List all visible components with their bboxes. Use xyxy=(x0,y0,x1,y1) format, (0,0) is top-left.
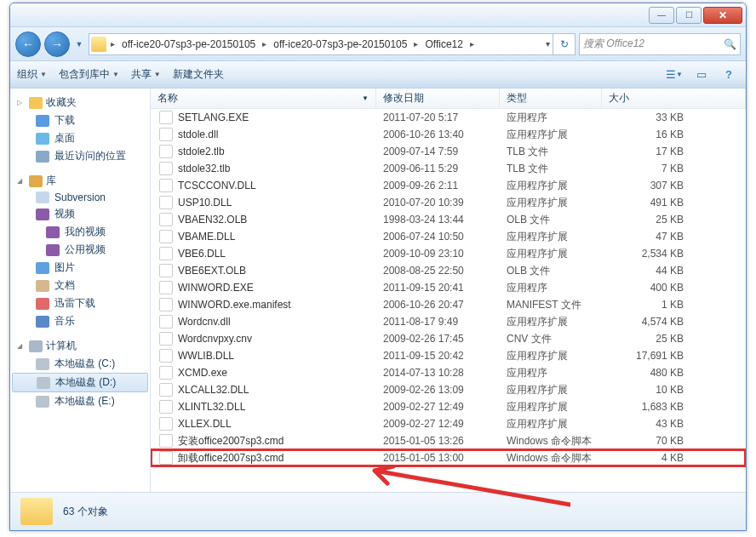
sidebar-item[interactable]: 音乐 xyxy=(10,312,150,330)
file-size: 1,683 KB xyxy=(609,401,694,413)
sidebar-item[interactable]: 公用视频 xyxy=(10,241,150,259)
sidebar-item-label: 本地磁盘 (C:) xyxy=(54,357,115,371)
favorites-header[interactable]: ▷收藏夹 xyxy=(10,94,150,111)
search-icon[interactable]: 🔍 xyxy=(724,38,736,50)
file-row[interactable]: TCSCCONV.DLL 2009-09-26 2:11 应用程序扩展 307 … xyxy=(151,177,746,194)
navbar: ← → ▼ ▸ off-ice20-07sp3-pe-20150105 ▸ of… xyxy=(10,27,746,61)
file-row[interactable]: WINWORD.EXE 2011-09-15 20:41 应用程序 400 KB xyxy=(151,279,746,296)
preview-pane-button[interactable]: ▭ xyxy=(691,66,712,84)
file-row[interactable]: WINWORD.exe.manifest 2006-10-26 20:47 MA… xyxy=(151,296,746,313)
file-row[interactable]: stdole32.tlb 2009-06-11 5:29 TLB 文件 7 KB xyxy=(151,160,746,177)
file-row[interactable]: XLCALL32.DLL 2009-02-26 13:09 应用程序扩展 10 … xyxy=(151,381,746,398)
file-date: 2008-08-25 22:50 xyxy=(383,265,507,277)
col-date[interactable]: 修改日期 xyxy=(376,89,500,108)
include-library-menu[interactable]: 包含到库中▼ xyxy=(59,67,119,82)
new-folder-button[interactable]: 新建文件夹 xyxy=(173,67,224,82)
file-row[interactable]: Wordcnvpxy.cnv 2009-02-26 17:45 CNV 文件 2… xyxy=(151,330,746,347)
file-type: 应用程序扩展 xyxy=(507,179,609,193)
maximize-button[interactable]: ☐ xyxy=(676,7,702,24)
chevron-right-icon[interactable]: ▸ xyxy=(467,39,477,49)
sidebar-icon xyxy=(36,316,49,328)
refresh-button[interactable]: ↻ xyxy=(553,33,575,55)
sidebar-item[interactable]: Subversion xyxy=(10,190,150,205)
col-name[interactable]: 名称▼ xyxy=(151,89,376,108)
share-menu[interactable]: 共享▼ xyxy=(131,67,161,82)
sidebar-item[interactable]: 文档 xyxy=(10,277,150,294)
file-row[interactable]: stdole.dll 2006-10-26 13:40 应用程序扩展 16 KB xyxy=(151,126,746,143)
sidebar-item[interactable]: 下载 xyxy=(10,111,150,129)
file-size: 44 KB xyxy=(609,265,694,277)
file-row[interactable]: SETLANG.EXE 2011-07-20 5:17 应用程序 33 KB xyxy=(151,109,746,126)
file-name: stdole2.tlb xyxy=(178,146,383,157)
sidebar-drive[interactable]: 本地磁盘 (D:) xyxy=(12,373,148,392)
file-type: 应用程序扩展 xyxy=(507,349,609,363)
file-icon xyxy=(159,264,173,277)
sidebar-item[interactable]: 最近访问的位置 xyxy=(10,147,150,165)
file-date: 2009-02-27 12:49 xyxy=(383,418,507,430)
close-button[interactable]: ✕ xyxy=(703,7,742,24)
chevron-right-icon[interactable]: ▸ xyxy=(411,39,421,49)
file-icon xyxy=(159,179,173,192)
crumb-0[interactable]: off-ice20-07sp3-pe-20150105 xyxy=(117,34,260,54)
sidebar-drive[interactable]: 本地磁盘 (E:) xyxy=(10,392,150,410)
search-input[interactable]: 搜索 Office12 🔍 xyxy=(579,33,741,55)
file-row[interactable]: VBAEN32.OLB 1998-03-24 13:44 OLB 文件 25 K… xyxy=(151,211,746,228)
crumb-2[interactable]: Office12 xyxy=(421,34,467,54)
file-name: XLLEX.DLL xyxy=(178,418,383,430)
crumb-1[interactable]: off-ice20-07sp3-pe-20150105 xyxy=(269,34,411,54)
help-button[interactable]: ? xyxy=(719,66,739,84)
file-row[interactable]: Wordcnv.dll 2011-08-17 9:49 应用程序扩展 4,574… xyxy=(151,313,746,330)
forward-button[interactable]: → xyxy=(44,31,70,57)
file-row[interactable]: USP10.DLL 2010-07-20 10:39 应用程序扩展 491 KB xyxy=(151,194,746,211)
organize-menu[interactable]: 组织▼ xyxy=(17,67,47,82)
file-date: 2006-07-24 10:50 xyxy=(383,231,507,243)
file-row[interactable]: stdole2.tlb 2009-07-14 7:59 TLB 文件 17 KB xyxy=(151,143,746,160)
file-size: 4 KB xyxy=(609,452,694,464)
history-dropdown[interactable]: ▼ xyxy=(73,32,85,56)
sidebar-item[interactable]: 我的视频 xyxy=(10,223,150,241)
view-options-button[interactable]: ☰ ▼ xyxy=(664,66,684,84)
file-icon xyxy=(159,230,173,243)
search-placeholder: 搜索 Office12 xyxy=(583,37,644,51)
sidebar-icon xyxy=(36,262,49,274)
file-row[interactable]: XLINTL32.DLL 2009-02-27 12:49 应用程序扩展 1,6… xyxy=(151,398,746,415)
file-row[interactable]: VBE6.DLL 2009-10-09 23:10 应用程序扩展 2,534 K… xyxy=(151,245,746,262)
file-name: WINWORD.exe.manifest xyxy=(178,299,383,311)
chevron-right-icon[interactable]: ▸ xyxy=(108,39,117,49)
file-type: Windows 命令脚本 xyxy=(507,434,609,448)
computer-header[interactable]: ◢计算机 xyxy=(10,337,150,355)
libraries-header[interactable]: ◢库 xyxy=(10,172,150,190)
sidebar-item[interactable]: 迅雷下载 xyxy=(10,294,150,312)
item-count: 63 个对象 xyxy=(63,505,108,519)
file-row[interactable]: XLLEX.DLL 2009-02-27 12:49 应用程序扩展 43 KB xyxy=(151,415,746,432)
minimize-button[interactable]: — xyxy=(649,7,674,24)
col-type[interactable]: 类型 xyxy=(500,89,602,108)
sidebar-item[interactable]: 图片 xyxy=(10,259,150,277)
sidebar-item[interactable]: 视频 xyxy=(10,205,150,223)
path-dropdown[interactable]: ▾ xyxy=(543,39,553,49)
file-row[interactable]: WWLIB.DLL 2011-09-15 20:42 应用程序扩展 17,691… xyxy=(151,347,746,364)
folder-icon xyxy=(91,37,106,52)
file-row[interactable]: 卸载office2007sp3.cmd 2015-01-05 13:00 Win… xyxy=(151,449,746,466)
sidebar-drive[interactable]: 本地磁盘 (C:) xyxy=(10,355,150,373)
sidebar-item-label: 我的视频 xyxy=(65,225,106,239)
drive-icon xyxy=(37,377,50,389)
file-size: 1 KB xyxy=(609,299,694,311)
col-size[interactable]: 大小 xyxy=(602,89,746,108)
file-row[interactable]: 安装office2007sp3.cmd 2015-01-05 13:26 Win… xyxy=(151,432,746,449)
titlebar[interactable]: — ☐ ✕ xyxy=(10,3,746,27)
file-row[interactable]: XCMD.exe 2014-07-13 10:28 应用程序 480 KB xyxy=(151,364,746,381)
file-type: CNV 文件 xyxy=(507,332,609,346)
sidebar-item[interactable]: 桌面 xyxy=(10,129,150,147)
chevron-right-icon[interactable]: ▸ xyxy=(260,39,269,49)
file-type: 应用程序 xyxy=(507,281,609,295)
file-row[interactable]: VBAME.DLL 2006-07-24 10:50 应用程序扩展 47 KB xyxy=(151,228,746,245)
sidebar: ▷收藏夹 下载桌面最近访问的位置 ◢库 Subversion视频我的视频公用视频… xyxy=(10,89,151,492)
library-icon xyxy=(29,175,43,187)
sidebar-item-label: 最近访问的位置 xyxy=(54,149,126,163)
breadcrumb[interactable]: ▸ off-ice20-07sp3-pe-20150105 ▸ off-ice2… xyxy=(89,33,576,55)
file-list[interactable]: SETLANG.EXE 2011-07-20 5:17 应用程序 33 KB s… xyxy=(151,109,746,492)
file-row[interactable]: VBE6EXT.OLB 2008-08-25 22:50 OLB 文件 44 K… xyxy=(151,262,746,279)
back-button[interactable]: ← xyxy=(15,31,41,57)
file-icon xyxy=(159,213,173,226)
